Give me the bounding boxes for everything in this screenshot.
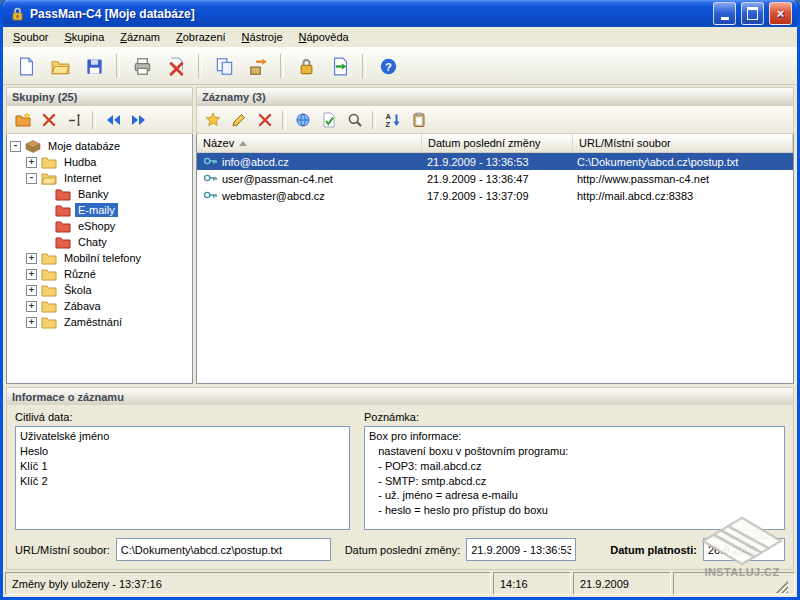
- new-file-icon: [17, 57, 36, 76]
- tree-item-internet[interactable]: Internet: [7, 170, 192, 186]
- export-button[interactable]: [241, 51, 275, 81]
- import-button[interactable]: [323, 51, 357, 81]
- form-check-icon: [321, 112, 337, 128]
- expand-expander-icon[interactable]: [26, 269, 37, 280]
- edit-record-icon: [231, 112, 247, 128]
- title-bar[interactable]: PassMan-C4 [Moje databáze] ×: [3, 0, 797, 27]
- validity-label: Datum platnosti:: [610, 544, 697, 556]
- menu-napoveda[interactable]: Nápověda: [291, 28, 357, 46]
- tree-item-ruzne[interactable]: Různé: [7, 266, 192, 282]
- note-textarea[interactable]: Box pro informace: nastavení boxu v pošt…: [364, 426, 785, 530]
- help-button[interactable]: ?: [371, 51, 405, 81]
- resize-grip[interactable]: [776, 581, 788, 593]
- tree-item-eshopy[interactable]: eShopy: [7, 218, 192, 234]
- open-button[interactable]: [43, 51, 77, 81]
- close-button[interactable]: ×: [769, 2, 792, 25]
- menu-zobrazeni[interactable]: Zobrazení: [168, 28, 234, 46]
- records-panel: Záznamy (3) AZ Název Datum poslední změn…: [196, 87, 794, 384]
- expand-expander-icon[interactable]: [26, 157, 37, 168]
- rename-group-button[interactable]: [62, 108, 88, 131]
- tree-item-label: Moje databáze: [45, 139, 123, 153]
- sensitive-data-textarea[interactable]: Uživatelské jméno Heslo Klíč 1 Klíč 2: [15, 426, 350, 530]
- new-record-button[interactable]: [200, 108, 226, 131]
- groups-header: Skupiny (25): [6, 87, 193, 105]
- url-field-label: URL/Místní soubor:: [15, 544, 110, 556]
- folder-yellow-icon: [41, 251, 57, 265]
- tree-spacer: [42, 190, 51, 199]
- table-row[interactable]: user@passman-c4.net 21.9.2009 - 13:36:47…: [197, 170, 793, 187]
- status-message: Změny byly uloženy - 13:37:16: [5, 572, 491, 595]
- tree-item-mobilni-telefony[interactable]: Mobilní telefony: [7, 250, 192, 266]
- print-button[interactable]: [125, 51, 159, 81]
- table-row[interactable]: webmaster@abcd.cz 17.9.2009 - 13:37:09 h…: [197, 187, 793, 204]
- validity-input[interactable]: [703, 538, 785, 561]
- folder-red-icon: [55, 187, 71, 201]
- column-header-datum[interactable]: Datum poslední změny: [422, 134, 573, 152]
- url-input[interactable]: [116, 538, 331, 561]
- new-file-button[interactable]: [9, 51, 43, 81]
- expand-expander-icon[interactable]: [26, 285, 37, 296]
- help-icon: ?: [379, 57, 398, 76]
- tree-item-skola[interactable]: Škola: [7, 282, 192, 298]
- info-content: Citlivá data: Uživatelské jméno Heslo Kl…: [6, 405, 794, 570]
- menu-bar: Soubor Skupina Záznam Zobrazení Nástroje…: [3, 27, 797, 47]
- expand-all-button[interactable]: [126, 108, 152, 131]
- add-group-button[interactable]: [10, 108, 36, 131]
- delete-group-button[interactable]: [36, 108, 62, 131]
- folder-red-icon: [55, 219, 71, 233]
- tree-item-emaily[interactable]: E-maily: [7, 202, 192, 218]
- collapse-all-button[interactable]: [100, 108, 126, 131]
- folder-red-icon: [55, 203, 71, 217]
- delete-button[interactable]: [159, 51, 193, 81]
- expand-expander-icon[interactable]: [26, 253, 37, 264]
- sort-az-button[interactable]: AZ: [380, 108, 406, 131]
- menu-skupina[interactable]: Skupina: [56, 28, 112, 46]
- folder-red-icon: [55, 235, 71, 249]
- toolbar-separator: [116, 54, 120, 78]
- tree-item-chaty[interactable]: Chaty: [7, 234, 192, 250]
- clipboard-button[interactable]: [406, 108, 432, 131]
- menu-soubor[interactable]: Soubor: [5, 28, 56, 46]
- record-date: 17.9.2009 - 13:37:09: [421, 190, 571, 202]
- key-icon: [203, 189, 218, 203]
- edit-record-button[interactable]: [226, 108, 252, 131]
- save-button[interactable]: [77, 51, 111, 81]
- column-header-url[interactable]: URL/Místní soubor: [573, 134, 793, 152]
- table-row[interactable]: info@abcd.cz 21.9.2009 - 13:36:53 C:\Dok…: [197, 153, 793, 170]
- maximize-button[interactable]: [741, 2, 764, 25]
- records-toolbar: AZ: [196, 105, 794, 134]
- tree-item-label: eShopy: [75, 219, 118, 233]
- tree-item-zamestnani[interactable]: Zaměstnání: [7, 314, 192, 330]
- expand-expander-icon[interactable]: [26, 301, 37, 312]
- svg-text:?: ?: [385, 60, 392, 72]
- menu-nastroje[interactable]: Nástroje: [234, 28, 291, 46]
- tree-item-label: Banky: [75, 187, 112, 201]
- delete-group-icon: [41, 112, 57, 128]
- open-url-button[interactable]: [290, 108, 316, 131]
- tree-item-moje-databaze[interactable]: Moje databáze: [7, 138, 192, 154]
- lock-button[interactable]: [289, 51, 323, 81]
- tree-item-label: Zábava: [61, 299, 104, 313]
- tree-item-zabava[interactable]: Zábava: [7, 298, 192, 314]
- menu-zaznam[interactable]: Záznam: [112, 28, 168, 46]
- main-area: Skupiny (25) Moje databáze Hudba: [3, 85, 797, 387]
- tree-item-label: E-maily: [75, 203, 118, 217]
- status-date: 21.9.2009: [573, 572, 671, 595]
- minimize-button[interactable]: [713, 2, 736, 25]
- collapse-expander-icon[interactable]: [10, 141, 21, 152]
- search-button[interactable]: [342, 108, 368, 131]
- tree-item-banky[interactable]: Banky: [7, 186, 192, 202]
- collapse-expander-icon[interactable]: [26, 173, 37, 184]
- delete-record-button[interactable]: [252, 108, 278, 131]
- save-icon: [85, 57, 104, 76]
- column-header-nazev[interactable]: Název: [197, 134, 422, 152]
- last-change-input[interactable]: [466, 538, 576, 561]
- expand-expander-icon[interactable]: [26, 317, 37, 328]
- toolbar-separator: [372, 111, 376, 129]
- copy-icon: [215, 57, 234, 76]
- form-check-button[interactable]: [316, 108, 342, 131]
- tree-item-hudba[interactable]: Hudba: [7, 154, 192, 170]
- copy-button[interactable]: [207, 51, 241, 81]
- tree-spacer: [42, 238, 51, 247]
- record-info-panel: Informace o záznamu Citlivá data: Uživat…: [6, 387, 794, 570]
